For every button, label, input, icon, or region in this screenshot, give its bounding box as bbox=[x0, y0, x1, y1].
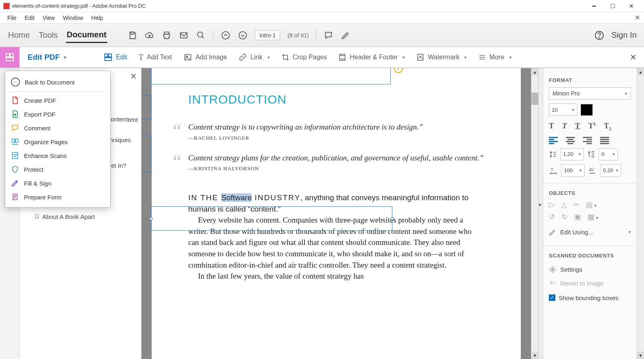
line-spacing-input[interactable]: 1.20▾ bbox=[560, 148, 584, 160]
scroll-down-icon[interactable]: ▼ bbox=[531, 352, 538, 359]
page-up-icon[interactable] bbox=[221, 30, 231, 40]
right-panel-scrollbar[interactable]: ▲ ▼ bbox=[637, 68, 644, 359]
scroll-up-icon[interactable]: ▲ bbox=[531, 68, 538, 76]
menubar-close-icon[interactable]: ✕ bbox=[635, 14, 640, 22]
highlight-icon[interactable] bbox=[341, 30, 350, 40]
mail-icon[interactable] bbox=[179, 30, 189, 40]
sign-in-button[interactable]: Sign In bbox=[611, 30, 637, 40]
edit-mode-icon[interactable] bbox=[0, 47, 20, 67]
scroll-thumb[interactable] bbox=[531, 93, 538, 105]
header-footer-icon bbox=[338, 53, 346, 62]
quote1-attr[interactable]: —RACHEL LOVINGER bbox=[188, 135, 484, 141]
scroll-up-icon[interactable]: ▲ bbox=[637, 68, 644, 76]
popup-item-comment[interactable]: Comment bbox=[5, 121, 110, 135]
font-color-swatch[interactable] bbox=[581, 104, 593, 116]
replace-image-icon[interactable]: ▣ bbox=[574, 212, 581, 221]
font-size-input[interactable]: 10▾ bbox=[549, 104, 577, 116]
superscript-icon[interactable]: T1 bbox=[588, 121, 596, 131]
para-spacing-input[interactable]: 0▾ bbox=[598, 148, 618, 160]
edit-tool-hf-label: Header & Footer bbox=[350, 54, 398, 61]
edit-tool-add-text[interactable]: T Add Text bbox=[133, 53, 178, 62]
crop-obj-icon[interactable]: ✂ bbox=[573, 200, 579, 209]
edit-tool-watermark[interactable]: Watermark▾ bbox=[411, 53, 472, 62]
align-left-icon[interactable] bbox=[549, 137, 558, 144]
popup-item-enhance-scans[interactable]: Enhance Scans bbox=[5, 149, 110, 162]
minimize-button[interactable]: ━ bbox=[585, 0, 603, 12]
italic-icon[interactable]: T bbox=[562, 121, 567, 131]
align-justify-icon[interactable] bbox=[600, 137, 609, 144]
format-heading: FORMAT bbox=[549, 77, 631, 83]
char-spacing-input[interactable]: 0.20▾ bbox=[600, 164, 621, 177]
tab-document[interactable]: Document bbox=[66, 28, 107, 43]
doc-heading[interactable]: INTRODUCTION bbox=[188, 93, 484, 106]
close-window-button[interactable]: ✕ bbox=[622, 0, 641, 12]
body-paragraph-3[interactable]: In the last few years, the value of cont… bbox=[188, 270, 484, 282]
align-obj-icon[interactable]: ▤▾ bbox=[586, 200, 597, 209]
hscale-input[interactable]: 100▾ bbox=[561, 164, 585, 177]
edit-toolbar-close[interactable]: ✕ bbox=[630, 52, 637, 62]
print-icon[interactable] bbox=[162, 30, 172, 40]
comment-icon[interactable] bbox=[324, 30, 333, 40]
bold-icon[interactable]: T bbox=[549, 121, 554, 131]
edit-tool-crop[interactable]: Crop Pages bbox=[276, 53, 333, 61]
page-number-input[interactable]: Intro-1 bbox=[255, 30, 280, 40]
maximize-button[interactable]: ☐ bbox=[603, 0, 622, 12]
menu-edit[interactable]: Edit bbox=[21, 13, 39, 23]
selected-text[interactable]: Software bbox=[221, 193, 252, 202]
back-to-document[interactable]: ← Back to Document bbox=[5, 74, 110, 90]
scroll-down-icon[interactable]: ▼ bbox=[637, 352, 644, 359]
edit-tool-header-footer[interactable]: Header & Footer▾ bbox=[333, 53, 411, 62]
edit-using-button[interactable]: Edit Using...▾ bbox=[549, 225, 631, 239]
right-panel-strip[interactable]: ▸ bbox=[538, 68, 543, 359]
bookmark-item[interactable]: About A Book Apart bbox=[23, 210, 138, 223]
text-selection-box[interactable] bbox=[151, 68, 391, 84]
edit-tool-add-image[interactable]: Add Image bbox=[178, 53, 233, 61]
menu-view[interactable]: View bbox=[39, 13, 59, 23]
body-selection-box[interactable] bbox=[151, 206, 392, 231]
popup-item-organize-pages[interactable]: Organize Pages bbox=[5, 135, 110, 149]
edit-pdf-dropdown[interactable]: Edit PDF▾ bbox=[20, 53, 74, 62]
popup-item-fill-sign[interactable]: Fill & Sign bbox=[5, 176, 110, 190]
warning-icon[interactable]: ! bbox=[394, 68, 403, 73]
quote2-attr[interactable]: —KRISTINA HALVORSON bbox=[188, 165, 484, 172]
quote2-text[interactable]: Content strategy plans for the creation,… bbox=[188, 153, 484, 163]
search-icon[interactable] bbox=[196, 30, 206, 40]
menu-window[interactable]: Window bbox=[59, 13, 87, 23]
document-scrollbar[interactable]: ▲ ▼ bbox=[531, 68, 538, 359]
menu-file[interactable]: File bbox=[3, 13, 21, 23]
edit-tool-link[interactable]: Link▾ bbox=[233, 53, 275, 61]
quote1-text[interactable]: Content strategy is to copywriting as in… bbox=[188, 122, 484, 132]
arrange-icon[interactable]: ▦▾ bbox=[587, 212, 598, 221]
align-center-icon[interactable] bbox=[566, 137, 575, 144]
popup-item-export-pdf[interactable]: Export PDF bbox=[5, 107, 110, 121]
partial-text: tent bbox=[128, 116, 138, 123]
popup-item-create-pdf[interactable]: Create PDF bbox=[5, 93, 110, 107]
tab-tools[interactable]: Tools bbox=[38, 28, 59, 42]
cloud-upload-icon[interactable] bbox=[145, 30, 154, 40]
flip-h-icon[interactable]: ▷ bbox=[549, 200, 555, 209]
link-icon bbox=[238, 53, 247, 61]
underline-icon[interactable]: T bbox=[575, 121, 580, 131]
subscript-icon[interactable]: T1 bbox=[604, 121, 611, 131]
popup-item-prepare-form[interactable]: Prepare Form bbox=[5, 190, 110, 204]
help-icon[interactable] bbox=[594, 30, 604, 40]
menu-help[interactable]: Help bbox=[87, 13, 107, 23]
save-icon[interactable] bbox=[128, 30, 137, 40]
page-down-icon[interactable] bbox=[238, 30, 248, 40]
quote-selection-box[interactable] bbox=[141, 95, 152, 119]
sidebar-close-icon[interactable]: ✕ bbox=[130, 71, 137, 81]
edit-tool-edit[interactable]: Edit bbox=[98, 53, 133, 62]
align-right-icon[interactable] bbox=[583, 137, 592, 144]
document-area[interactable]: INTRODUCTION “ Content strategy is to co… bbox=[141, 68, 531, 359]
flip-v-icon[interactable]: △ bbox=[561, 200, 567, 209]
rotate-cw-icon[interactable]: ↻ bbox=[561, 212, 568, 221]
show-bounding-boxes-checkbox[interactable]: ✓ Show bounding boxes bbox=[549, 294, 631, 301]
panel-toggle-icon[interactable]: ▸ bbox=[537, 198, 543, 210]
quote-selection-box-2[interactable] bbox=[141, 136, 152, 172]
popup-item-protect[interactable]: Protect bbox=[5, 162, 110, 176]
font-select[interactable]: Minion Pro▾ bbox=[549, 87, 631, 99]
scanned-settings[interactable]: Settings bbox=[549, 263, 631, 277]
rotate-ccw-icon[interactable]: ↺ bbox=[549, 212, 555, 221]
tab-home[interactable]: Home bbox=[7, 28, 30, 42]
edit-tool-more[interactable]: More▾ bbox=[472, 54, 517, 61]
